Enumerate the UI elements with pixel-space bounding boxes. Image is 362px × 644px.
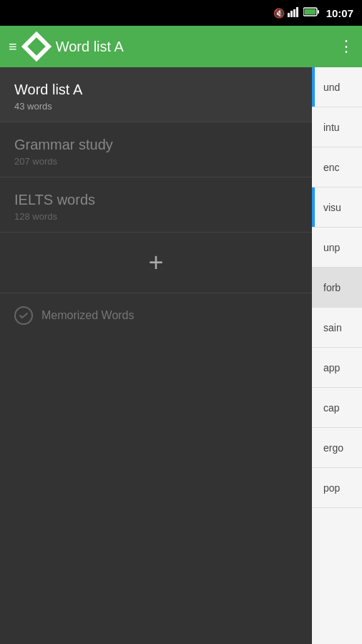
list-item-subtitle-2: 128 words bbox=[14, 211, 298, 222]
word-text: ergo bbox=[318, 442, 343, 454]
word-text: visu bbox=[318, 202, 341, 213]
word-text: unp bbox=[318, 242, 340, 253]
add-icon: + bbox=[148, 250, 163, 275]
word-text: cap bbox=[318, 402, 340, 414]
app-bar-title: Word list A bbox=[56, 39, 330, 55]
list-item-title-1: Grammar study bbox=[14, 135, 298, 154]
app-logo bbox=[21, 31, 51, 62]
list-item-word-list-a[interactable]: Word list A 43 words bbox=[0, 67, 312, 122]
list-item[interactable]: enc bbox=[312, 147, 362, 187]
hamburger-icon[interactable]: ≡ bbox=[9, 39, 17, 55]
check-circle-icon bbox=[14, 306, 33, 325]
list-item[interactable]: cap bbox=[312, 388, 362, 428]
list-item-grammar-study[interactable]: Grammar study 207 words bbox=[0, 122, 312, 177]
drawer: Word list A 43 words Grammar study 207 w… bbox=[0, 67, 312, 644]
word-text: forb bbox=[318, 282, 341, 293]
svg-rect-1 bbox=[290, 11, 293, 17]
list-item-ielts-words[interactable]: IELTS words 128 words bbox=[0, 177, 312, 233]
list-item[interactable]: app bbox=[312, 348, 362, 388]
status-bar: 🔇 10:07 bbox=[0, 0, 362, 26]
status-icons: 🔇 10:07 bbox=[273, 7, 353, 19]
list-item-title-2: IELTS words bbox=[14, 190, 298, 209]
list-item-subtitle-0: 43 words bbox=[14, 101, 298, 112]
word-text: und bbox=[318, 82, 340, 93]
app-logo-inner bbox=[27, 37, 45, 55]
memorized-label: Memorized Words bbox=[41, 309, 134, 322]
mute-icon: 🔇 bbox=[273, 8, 285, 19]
svg-rect-0 bbox=[288, 13, 290, 17]
status-time: 10:07 bbox=[326, 7, 353, 19]
word-text: pop bbox=[318, 482, 340, 494]
main-content: Word list A 43 words Grammar study 207 w… bbox=[0, 67, 362, 644]
svg-rect-2 bbox=[293, 9, 295, 17]
list-item[interactable]: unp bbox=[312, 228, 362, 268]
overflow-menu-icon[interactable]: ⋮ bbox=[338, 37, 353, 56]
list-item-title-0: Word list A bbox=[14, 80, 298, 99]
list-item[interactable]: ergo bbox=[312, 428, 362, 468]
list-item[interactable]: forb bbox=[312, 268, 362, 308]
word-text: intu bbox=[318, 122, 340, 133]
list-item[interactable]: und bbox=[312, 67, 362, 107]
list-item-subtitle-1: 207 words bbox=[14, 156, 298, 167]
word-list-panel: und intu enc visu unp forb sain app cap … bbox=[312, 67, 362, 644]
word-text: enc bbox=[318, 162, 340, 173]
memorized-section[interactable]: Memorized Words bbox=[0, 293, 312, 338]
battery-icon bbox=[303, 7, 319, 19]
word-text: app bbox=[318, 362, 340, 374]
list-item[interactable]: pop bbox=[312, 468, 362, 508]
list-item[interactable]: sain bbox=[312, 308, 362, 348]
word-text: sain bbox=[318, 322, 342, 333]
svg-rect-3 bbox=[296, 7, 298, 17]
add-list-section[interactable]: + bbox=[0, 233, 312, 293]
app-bar: ≡ Word list A ⋮ bbox=[0, 26, 362, 67]
svg-rect-5 bbox=[318, 10, 319, 14]
svg-rect-6 bbox=[304, 9, 315, 15]
list-item[interactable]: intu bbox=[312, 107, 362, 147]
signal-icon bbox=[288, 7, 300, 19]
list-item[interactable]: visu bbox=[312, 187, 362, 228]
